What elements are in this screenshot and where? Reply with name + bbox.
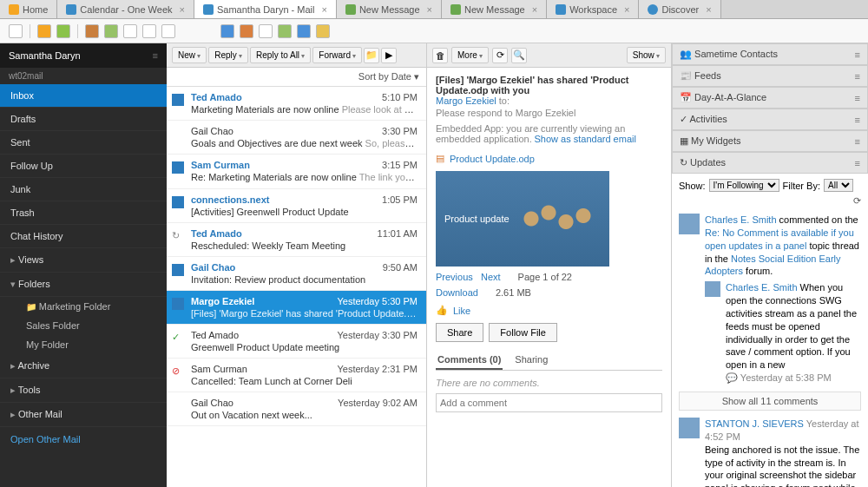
tab-new-message-2[interactable]: New Message× [442,0,547,18]
paste-icon[interactable] [259,24,273,38]
message-row[interactable]: Yesterday 9:02 AMGail ChaoOut on Vacatio… [167,392,426,426]
menu-icon[interactable]: ≡ [855,115,860,125]
message-row[interactable]: 3:30 PMGail ChaoGoals and Objectives are… [167,121,426,155]
reply-all-button[interactable]: Reply to All [250,47,311,63]
sidebar-junk[interactable]: Junk [0,178,167,201]
file-title[interactable]: ▤Product Update.odp [436,153,662,164]
acc-day-glance[interactable]: 📅 Day-At-A-Glance≡ [672,87,868,109]
link-icon[interactable] [104,24,118,38]
tab-mail[interactable]: Samantha Daryn - Mail× [194,0,337,18]
search-icon[interactable]: 🔍 [511,48,527,63]
file-thumbnail[interactable]: Product update [436,171,609,267]
tab-new-message-1[interactable]: New Message× [337,0,442,18]
open-other-mail-link[interactable]: Open Other Mail [0,427,167,451]
close-icon[interactable]: × [624,4,629,15]
sidebar-followup[interactable]: Follow Up [0,155,167,178]
folder-move-icon[interactable]: 📁 [364,48,379,63]
flag-icon[interactable] [123,24,137,38]
like-button[interactable]: 👍Like [436,305,662,316]
attach-icon[interactable] [278,24,292,38]
more-button[interactable]: More [451,47,489,63]
forward-button[interactable]: Forward [312,47,362,63]
sidebar-sent[interactable]: Sent [0,131,167,155]
print-icon[interactable] [37,24,51,38]
calendar-tool-icon[interactable] [297,24,311,38]
open-icon[interactable] [9,24,23,38]
share-button[interactable]: Share [436,323,483,342]
cut-icon[interactable] [240,24,253,38]
message-row[interactable]: 3:15 PMSam CurmanRe: Marketing Materials… [167,155,426,189]
message-row[interactable]: 1:05 PMconnections.next[Activities] Gree… [167,189,426,223]
close-icon[interactable]: × [427,4,432,15]
sidebar-drafts[interactable]: Drafts [0,108,167,131]
updates-body: Show: I'm Following Filter By: All ⟳ Cha… [672,174,868,487]
acc-feeds[interactable]: 📰 Feeds≡ [672,65,868,87]
tab-workspace[interactable]: Workspace× [547,0,639,18]
trash-icon[interactable]: 🗑 [432,48,448,63]
message-row[interactable]: 5:10 PMTed AmadoMarketing Materials are … [167,87,426,121]
refresh-icon[interactable]: ⟳ [492,48,508,63]
message-row[interactable]: 9:50 AMGail ChaoInvitation: Review produ… [167,257,426,291]
close-icon[interactable]: × [532,4,537,15]
update-user-link[interactable]: Charles E. Smith [726,282,798,293]
tab-comments[interactable]: Comments (0) [436,351,503,370]
menu-icon[interactable]: ≡ [855,93,860,103]
new-button[interactable]: New [172,47,207,63]
filter-select[interactable]: All [824,179,853,192]
prev-link[interactable]: Previous [436,272,473,282]
next-link[interactable]: Next [481,272,501,282]
menu-icon[interactable]: ≡ [153,50,158,61]
show-select[interactable]: I'm Following [709,179,779,192]
misc-icon[interactable] [161,24,175,38]
acc-activities[interactable]: ✓ Activities≡ [672,109,868,130]
menu-icon[interactable]: ≡ [855,136,860,147]
update-user-link[interactable]: STANTON J. SIEVERS [705,418,804,429]
sidebar-other-mail[interactable]: Other Mail [0,403,167,427]
folder-icon[interactable] [316,24,330,38]
message-items[interactable]: 5:10 PMTed AmadoMarketing Materials are … [167,87,426,487]
tab-home[interactable]: Home [0,0,57,18]
menu-icon[interactable]: ≡ [855,158,860,168]
close-icon[interactable]: × [321,4,326,15]
app-tabs: Home Calendar - One Week× Samantha Daryn… [0,0,868,19]
download-link[interactable]: Download [436,287,478,298]
message-row[interactable]: Yesterday 5:30 PMMargo Ezekiel[Files] 'M… [167,291,426,325]
tab-sharing[interactable]: Sharing [513,351,549,370]
sidebar-folder-marketing[interactable]: Marketing Folder [0,297,167,316]
acc-sametime[interactable]: 👥 Sametime Contacts≡ [672,43,868,65]
message-row[interactable]: ↻11:01 AMTed AmadoRescheduled: Weekly Te… [167,223,426,257]
comment-input[interactable] [436,393,662,412]
sidebar-views[interactable]: Views [0,248,167,273]
sidebar-archive[interactable]: Archive [0,354,167,378]
close-icon[interactable]: × [706,4,711,15]
message-row[interactable]: ✓Yesterday 3:30 PMTed AmadoGreenwell Pro… [167,325,426,359]
sidebar-folders[interactable]: Folders [0,273,167,297]
flag-action-icon[interactable]: ▶ [381,48,397,63]
acc-widgets[interactable]: ▦ My Widgets≡ [672,130,868,152]
follow-file-button[interactable]: Follow File [489,323,557,342]
update-user-link[interactable]: Charles E. Smith [705,214,777,225]
sidebar-chat-history[interactable]: Chat History [0,225,167,248]
sidebar-trash[interactable]: Trash [0,201,167,225]
sync-icon[interactable] [220,24,234,38]
show-button[interactable]: Show [627,47,666,63]
sidebar-folder-sales[interactable]: Sales Folder [0,316,167,335]
tool-icon[interactable] [56,24,70,38]
sidebar-tools[interactable]: Tools [0,378,167,403]
tag-icon[interactable] [85,24,99,38]
refresh-icon[interactable]: ⟳ [853,195,861,206]
menu-icon[interactable]: ≡ [855,71,860,82]
sidebar-folder-my[interactable]: My Folder [0,335,167,354]
reply-button[interactable]: Reply [208,47,248,63]
menu-icon[interactable]: ≡ [855,49,860,60]
tab-calendar[interactable]: Calendar - One Week× [57,0,194,18]
acc-updates[interactable]: ↻ Updates≡ [672,152,868,174]
sidebar-inbox[interactable]: Inbox [0,84,167,108]
sort-by-date[interactable]: Sort by Date ▾ [167,68,426,87]
tab-discover[interactable]: Discover× [639,0,720,18]
misc-icon[interactable] [142,24,156,38]
show-all-comments[interactable]: Show all 11 comments [679,392,861,411]
message-row[interactable]: ⊘Yesterday 2:31 PMSam CurmanCancelled: T… [167,359,426,392]
show-standard-link[interactable]: Show as standard email [534,134,635,144]
close-icon[interactable]: × [180,4,185,15]
